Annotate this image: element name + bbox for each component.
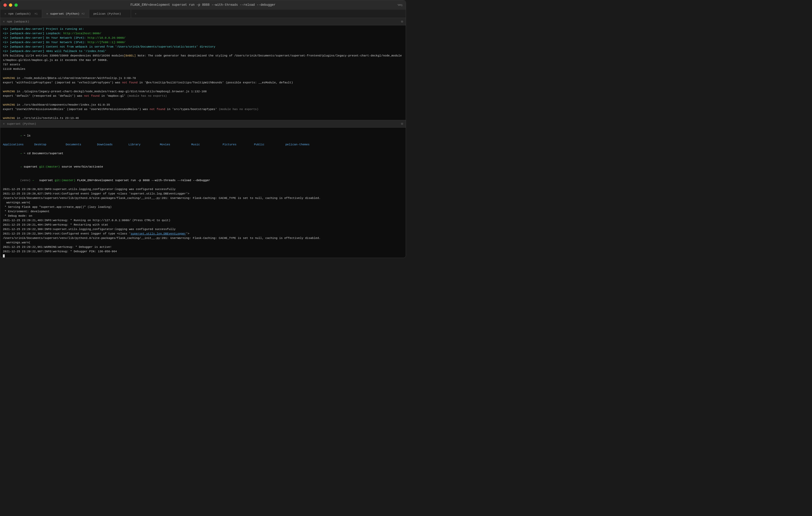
minimize-button[interactable]	[9, 3, 12, 7]
log-line: export 'default' (reexported as 'default…	[3, 94, 403, 98]
log-line: 2021-12-25 23:29:22,967:INFO:werkzeug: *…	[3, 249, 403, 254]
log-line: warnings.warn(	[3, 201, 403, 205]
close-icon[interactable]: ✕	[46, 12, 48, 16]
log-line: * Environment: development	[3, 209, 403, 214]
ls-item-pictures: Pictures	[223, 143, 254, 147]
bottom-pane: ✕ superset (Python) ⊖ → ~ ls Application…	[0, 120, 406, 258]
add-tab-button[interactable]: ＋	[131, 10, 140, 18]
close-icon[interactable]: ✕	[4, 12, 6, 16]
log-line: <i> [webpack-dev-server] Project is runn…	[3, 27, 403, 31]
tab-label: superset (Python)	[50, 12, 80, 16]
bottom-pane-content: → ~ ls Applications Desktop Documents Do…	[0, 127, 406, 258]
ls-output: Applications Desktop Documents Downloads…	[3, 143, 403, 147]
log-line: <i> [webpack-dev-server] Content not fro…	[3, 45, 403, 49]
tab-npm-webpack[interactable]: ✕ npm (webpack) ⌘1	[0, 10, 42, 18]
tab-label: pelican (Python)	[93, 12, 121, 16]
ls-item-public: Public	[254, 143, 285, 147]
tab-superset-python[interactable]: ✕ superset (Python) ⌘2	[42, 10, 89, 18]
cursor-line	[3, 254, 403, 258]
ls-item-movies: Movies	[160, 143, 191, 147]
log-line: 2021-12-25 23:29:20,827:INFO:root:Config…	[3, 192, 403, 196]
terminal-content: ✕ npm (webpack) ⊖ <i> [webpack-dev-serve…	[0, 18, 406, 258]
log-line	[3, 71, 403, 76]
log-line: export 'UserWithPermissionsAndRoles' (im…	[3, 107, 403, 112]
top-pane-content: <i> [webpack-dev-server] Project is runn…	[0, 25, 406, 120]
pane-collapse-icon[interactable]: ⊖	[401, 122, 403, 126]
ls-item-pelican-themes: pelican-themes	[285, 143, 317, 147]
log-line: 57% building 11/24 entries 33000/33069 d…	[3, 54, 403, 62]
pane-close-icon[interactable]: ✕	[3, 122, 5, 126]
tab-shortcut: ⌘1	[34, 12, 38, 16]
log-line: WARNING in ./node_modules/@data-ui/share…	[3, 76, 403, 81]
bottom-pane-header: ✕ superset (Python) ⊖	[0, 120, 406, 127]
log-line: 2021-12-25 23:29:21,403:INFO:werkzeug: *…	[3, 218, 403, 223]
top-pane-header: ✕ npm (webpack) ⊖	[0, 18, 406, 25]
log-line: WARNING in ./src/dashboard/components/He…	[3, 103, 403, 107]
prompt-line: (venv) → superset git:(master) FLASK_ENV…	[3, 174, 403, 187]
tab-label: npm (webpack)	[8, 12, 31, 16]
log-line: warnings.warn(	[3, 241, 403, 245]
bottom-pane-label: superset (Python)	[7, 122, 36, 125]
window-shortcut: ⌥⌘1	[397, 3, 403, 7]
log-line	[3, 112, 403, 116]
prompt-line: → ~ cd Documents/superset	[3, 147, 403, 160]
top-pane: ✕ npm (webpack) ⊖ <i> [webpack-dev-serve…	[0, 18, 406, 120]
window-title: FLASK_ENV=development superset run -p 80…	[130, 3, 276, 7]
ls-item-music: Music	[191, 143, 223, 147]
log-line: <i> [webpack-dev-server] 404s will fallb…	[3, 49, 403, 54]
top-pane-label: npm (webpack)	[7, 20, 29, 23]
ls-item-downloads: Downloads	[97, 143, 128, 147]
log-line	[3, 85, 403, 89]
maximize-button[interactable]	[14, 3, 18, 7]
log-line: <i> [webpack-dev-server] On Your Network…	[3, 40, 403, 45]
log-line: 737 assets	[3, 62, 403, 67]
title-bar: FLASK_ENV=development superset run -p 80…	[0, 0, 406, 10]
log-line: /Users/srinik/Documents/superset/venv/li…	[3, 196, 403, 201]
log-line: * Debug mode: on	[3, 214, 403, 218]
log-line	[3, 98, 403, 103]
ls-item-library: Library	[128, 143, 160, 147]
log-line: export 'withTooltipPropTypes' (imported …	[3, 81, 403, 85]
log-line: <i> [webpack-dev-server] On Your Network…	[3, 36, 403, 40]
tab-pelican-python[interactable]: pelican (Python)	[89, 10, 131, 18]
pane-collapse-icon[interactable]: ⊖	[401, 19, 403, 24]
log-line: <i> [webpack-dev-server] Loopback: http:…	[3, 31, 403, 36]
tabs-bar: ✕ npm (webpack) ⌘1 ✕ superset (Python) ⌘…	[0, 10, 406, 18]
log-line: 2021-12-25 23:29:22,961:WARNING:werkzeug…	[3, 245, 403, 249]
prompt-line: → ~ ls	[3, 129, 403, 143]
ls-item-desktop: Desktop	[34, 143, 66, 147]
terminal-window: FLASK_ENV=development superset run -p 80…	[0, 0, 406, 258]
log-line: /Users/srinik/Documents/superset/venv/li…	[3, 236, 403, 241]
traffic-lights	[3, 3, 18, 7]
log-line: WARNING in ./src/utils/textUtils.ts 23:1…	[3, 116, 403, 120]
ls-item-applications: Applications	[3, 143, 34, 147]
log-line: 2021-12-25 23:29:20,823:INFO:superset.ut…	[3, 187, 403, 192]
prompt-line: → superset git:(master) source venv/bin/…	[3, 160, 403, 174]
log-line: * Serving Flask app "superset.app:create…	[3, 205, 403, 209]
close-button[interactable]	[3, 3, 7, 7]
ls-item-documents: Documents	[66, 143, 97, 147]
log-line: 2021-12-25 23:29:21,404:INFO:werkzeug: *…	[3, 223, 403, 227]
pane-close-icon[interactable]: ✕	[3, 20, 5, 24]
log-line: 2021-12-25 23:29:22,380:INFO:superset.ut…	[3, 227, 403, 232]
log-line: WARNING in ./plugins/legacy-preset-chart…	[3, 89, 403, 94]
log-line: 2021-12-25 23:29:22,384:INFO:root:Config…	[3, 232, 403, 236]
tab-shortcut: ⌘2	[82, 12, 85, 16]
log-line: 11119 modules	[3, 67, 403, 71]
